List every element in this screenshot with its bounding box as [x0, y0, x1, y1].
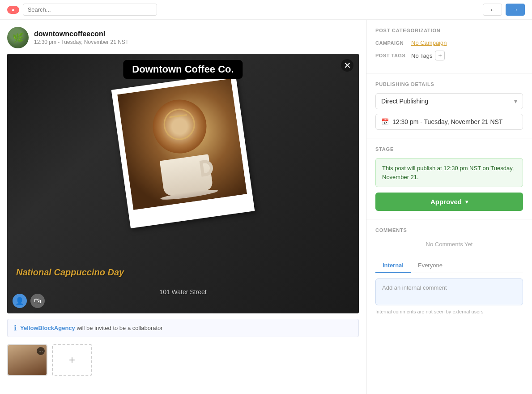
- campaign-row: CAMPAIGN No Campaign: [375, 39, 523, 46]
- add-tag-button[interactable]: +: [435, 51, 445, 60]
- approved-label: Approved: [430, 198, 462, 206]
- comments-section: COMMENTS No Comments Yet Internal Everyo…: [366, 219, 532, 322]
- next-button[interactable]: →: [506, 4, 525, 16]
- no-tags-text: No Tags: [411, 52, 432, 59]
- thumbnail-1[interactable]: ⋯: [7, 344, 47, 376]
- info-icon: ℹ: [14, 324, 17, 332]
- coffee-background: Downtown Coffee Co. ✕: [7, 54, 359, 313]
- cappuccino-day-text: National Cappuccino Day: [16, 267, 124, 278]
- post-time: 12:30 pm - Tuesday, November 21 NST: [34, 39, 128, 45]
- page-container: 🌿 downtowncoffeeconl 12:30 pm - Tuesday,…: [0, 20, 532, 394]
- account-name: downtowncoffeeconl: [34, 30, 128, 38]
- publishing-value: Direct Publishing: [381, 98, 428, 105]
- post-title-banner: Downtown Coffee Co.: [123, 60, 243, 79]
- datetime-row: 📅 12:30 pm - Tuesday, November 21 NST: [375, 114, 523, 130]
- tab-everyone[interactable]: Everyone: [411, 258, 450, 273]
- stage-info-box: This post will publish at 12:30 pm NST o…: [375, 158, 523, 187]
- approved-arrow-icon: ▾: [465, 199, 468, 205]
- collab-message: will be invited to be a collaborator: [77, 325, 162, 331]
- campaign-value[interactable]: No Campaign: [411, 39, 447, 46]
- post-image-container: Downtown Coffee Co. ✕: [7, 54, 359, 313]
- collab-text: YellowBlockAgency will be invited to be …: [20, 325, 163, 331]
- agency-name: YellowBlockAgency: [20, 325, 75, 331]
- user-icon: 👤: [15, 297, 24, 305]
- left-panel: 🌿 downtowncoffeeconl 12:30 pm - Tuesday,…: [0, 20, 366, 394]
- polaroid-inner: [117, 79, 247, 210]
- tags-row: POST TAGS No Tags +: [375, 51, 523, 60]
- account-info: downtowncoffeeconl 12:30 pm - Tuesday, N…: [34, 30, 128, 45]
- prev-button[interactable]: ←: [483, 4, 502, 16]
- polaroid-frame: [111, 73, 255, 228]
- thumb-more-icon: ⋯: [37, 347, 45, 355]
- no-comments-text: No Comments Yet: [375, 237, 523, 251]
- stage-title: STAGE: [375, 146, 523, 152]
- categorization-section: POST CATEGORIZATION CAMPAIGN No Campaign…: [366, 20, 532, 73]
- thumbnails-row: ⋯ +: [7, 344, 359, 376]
- right-panel: POST CATEGORIZATION CAMPAIGN No Campaign…: [366, 20, 532, 394]
- top-bar: ● ← →: [0, 0, 532, 20]
- avatar: 🌿: [7, 27, 29, 48]
- publishing-title: PUBLISHING DETAILS: [375, 81, 523, 87]
- post-tags-label: POST TAGS: [375, 53, 411, 58]
- comments-title: COMMENTS: [375, 227, 523, 233]
- top-bar-left: ●: [7, 4, 157, 16]
- add-media-button[interactable]: +: [52, 344, 92, 376]
- status-badge: ●: [7, 6, 19, 14]
- search-input[interactable]: [23, 4, 157, 16]
- chevron-down-icon: ▾: [514, 98, 517, 105]
- post-header: 🌿 downtowncoffeeconl 12:30 pm - Tuesday,…: [7, 27, 359, 48]
- comment-placeholder: Add an internal comment: [382, 284, 516, 291]
- collab-notice: ℹ YellowBlockAgency will be invited to b…: [7, 319, 359, 337]
- calendar-icon: 📅: [381, 118, 389, 125]
- tab-internal[interactable]: Internal: [375, 258, 411, 273]
- stage-message: This post will publish at 12:30 pm NST o…: [382, 165, 514, 180]
- categorization-title: POST CATEGORIZATION: [375, 28, 523, 33]
- bag-icon: 🛍: [34, 297, 41, 305]
- address-text: 101 Water Street: [159, 288, 206, 296]
- comment-hint: Internal comments are not seen by extern…: [375, 309, 523, 314]
- publishing-section: PUBLISHING DETAILS Direct Publishing ▾ 📅…: [366, 73, 532, 138]
- stage-section: STAGE This post will publish at 12:30 pm…: [366, 138, 532, 219]
- top-bar-right: ← →: [483, 4, 525, 16]
- publishing-dropdown[interactable]: Direct Publishing ▾: [375, 93, 523, 109]
- approved-button[interactable]: Approved ▾: [375, 193, 523, 211]
- tags-value: No Tags +: [411, 51, 445, 60]
- post-image: Downtown Coffee Co. ✕: [7, 54, 359, 313]
- campaign-label: CAMPAIGN: [375, 40, 411, 46]
- avatar-image: 🌿: [7, 27, 29, 48]
- close-button[interactable]: ✕: [341, 59, 353, 72]
- bag-icon-button[interactable]: 🛍: [30, 294, 45, 308]
- comment-input-area[interactable]: Add an internal comment: [375, 278, 523, 305]
- comment-tabs: Internal Everyone: [375, 258, 523, 273]
- user-icon-button[interactable]: 👤: [13, 294, 27, 308]
- post-icons: 👤 🛍: [13, 294, 45, 308]
- datetime-value: 12:30 pm - Tuesday, November 21 NST: [392, 118, 502, 125]
